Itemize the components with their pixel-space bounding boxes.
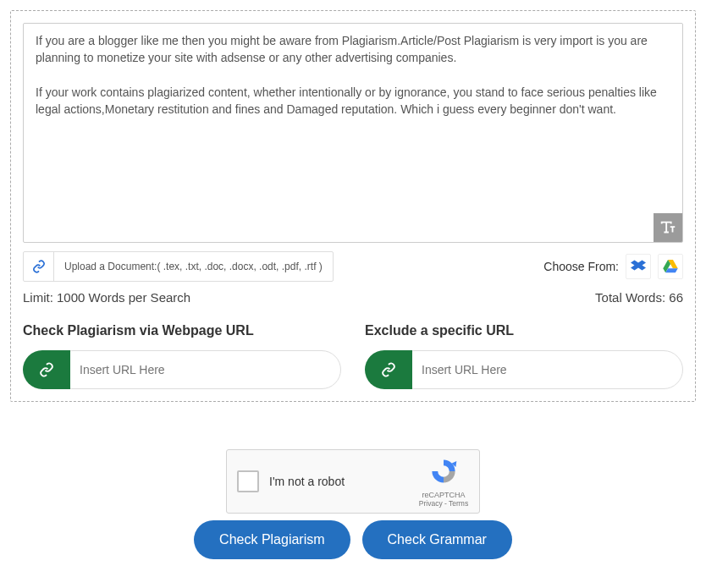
recaptcha-checkbox[interactable] — [237, 470, 259, 492]
check-plagiarism-button[interactable]: Check Plagiarism — [194, 520, 350, 559]
exclude-url-input-wrap — [365, 350, 683, 389]
text-tool-icon[interactable] — [654, 213, 682, 242]
stats-row: Limit: 1000 Words per Search Total Words… — [23, 290, 683, 305]
main-panel: Upload a Document:( .tex, .txt, .doc, .d… — [10, 10, 696, 402]
upload-label: Upload a Document:( .tex, .txt, .doc, .d… — [54, 252, 333, 281]
check-url-input[interactable] — [53, 350, 341, 389]
check-url-title: Check Plagiarism via Webpage URL — [23, 323, 341, 338]
recaptcha-brand-text: reCAPTCHA — [416, 491, 471, 499]
dropbox-button[interactable] — [626, 254, 651, 279]
word-count-label: Total Words: 66 — [595, 290, 683, 305]
upload-row: Upload a Document:( .tex, .txt, .doc, .d… — [23, 251, 683, 282]
exclude-url-input[interactable] — [395, 350, 683, 389]
recaptcha-widget: I'm not a robot reCAPTCHA Privacy - Term… — [226, 449, 480, 514]
exclude-url-title: Exclude a specific URL — [365, 323, 683, 338]
word-limit-label: Limit: 1000 Words per Search — [23, 290, 190, 305]
recaptcha-branding: reCAPTCHA Privacy - Terms — [416, 457, 471, 508]
captcha-container: I'm not a robot reCAPTCHA Privacy - Term… — [0, 449, 706, 514]
recaptcha-terms-link[interactable]: Terms — [449, 499, 468, 508]
upload-document-button[interactable]: Upload a Document:( .tex, .txt, .doc, .d… — [23, 251, 334, 282]
exclude-url-section: Exclude a specific URL — [365, 323, 683, 389]
recaptcha-icon — [429, 457, 458, 486]
action-buttons-row: Check Plagiarism Check Grammar — [0, 520, 706, 559]
choose-from-label: Choose From: — [543, 260, 619, 273]
google-drive-button[interactable] — [658, 254, 683, 279]
check-url-input-wrap — [23, 350, 341, 389]
content-textarea[interactable] — [36, 32, 670, 234]
cloud-sources: Choose From: — [543, 251, 683, 282]
link-icon — [365, 350, 412, 389]
recaptcha-links: Privacy - Terms — [416, 499, 471, 508]
link-icon — [23, 350, 70, 389]
check-url-section: Check Plagiarism via Webpage URL — [23, 323, 341, 389]
text-input-container — [23, 23, 683, 243]
link-icon — [24, 252, 54, 281]
recaptcha-label: I'm not a robot — [269, 475, 345, 488]
recaptcha-privacy-link[interactable]: Privacy — [419, 499, 443, 508]
check-grammar-button[interactable]: Check Grammar — [362, 520, 512, 559]
url-inputs-row: Check Plagiarism via Webpage URL Exclude… — [23, 323, 683, 389]
